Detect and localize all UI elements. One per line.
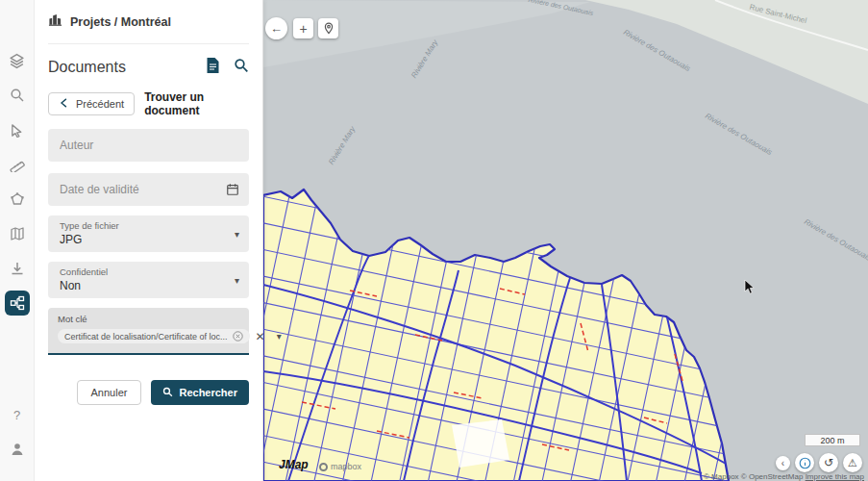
- validity-date-input[interactable]: [48, 173, 249, 206]
- confidential-select[interactable]: Confidentiel Non ▾: [48, 262, 249, 298]
- author-input[interactable]: [48, 129, 249, 162]
- calendar-icon[interactable]: [226, 183, 239, 196]
- select-cursor-icon[interactable]: [5, 117, 30, 142]
- polygon-select-icon[interactable]: [5, 187, 30, 212]
- confidential-value: Non: [60, 279, 237, 292]
- map-area[interactable]: Rivière des Outaouais Rivière des Outaou…: [263, 0, 868, 481]
- navigate-back-icon: [59, 97, 70, 111]
- author-field[interactable]: [48, 129, 249, 162]
- file-type-label: Type de fichier: [60, 220, 237, 231]
- find-document-title: Trouver un document: [144, 90, 249, 117]
- clear-field-icon[interactable]: ✕: [256, 331, 265, 342]
- section-title: Documents: [48, 59, 126, 76]
- measure-icon[interactable]: [5, 152, 30, 177]
- keyword-chip[interactable]: Certificat de localisation/Certificate o…: [58, 329, 250, 343]
- form-actions: Annuler Rechercher: [48, 380, 249, 405]
- mapbox-icon: [319, 463, 328, 471]
- keyword-field[interactable]: Mot clé Certificat de localisation/Certi…: [48, 308, 249, 355]
- documents-panel: Projets / Montréal Documents Précédent T…: [35, 0, 263, 481]
- project-title: Projets / Montréal: [70, 15, 171, 29]
- tool-rail: ?: [0, 0, 35, 481]
- chevron-down-icon[interactable]: ▾: [235, 275, 239, 286]
- project-header: Projets / Montréal: [48, 0, 249, 44]
- previous-button[interactable]: Précédent: [48, 92, 135, 115]
- info-button[interactable]: [795, 453, 814, 472]
- chip-remove-icon[interactable]: [233, 331, 243, 342]
- collapse-panel-button[interactable]: ←: [265, 17, 287, 39]
- validity-date-field[interactable]: [48, 173, 249, 206]
- chevron-down-icon[interactable]: ▾: [235, 229, 239, 240]
- mapbox-logo[interactable]: mapbox: [319, 462, 361, 471]
- locate-button[interactable]: [318, 18, 338, 38]
- chevron-down-icon[interactable]: ▾: [277, 331, 282, 342]
- alert-button[interactable]: ⚠: [843, 453, 862, 472]
- user-icon[interactable]: [5, 437, 30, 462]
- map-attribution: © Mapbox © OpenStreetMap Improve this ma…: [704, 472, 864, 481]
- cancel-button[interactable]: Annuler: [77, 380, 142, 405]
- history-button[interactable]: ↺: [819, 453, 838, 472]
- document-search-icon[interactable]: [234, 58, 249, 77]
- jmap-logo: JMap: [279, 458, 309, 471]
- documents-hierarchy-icon[interactable]: [5, 291, 30, 316]
- layers-icon[interactable]: [5, 48, 30, 73]
- file-type-value: JPG: [60, 233, 237, 246]
- app-window: ? Projets / Montréal Documents: [0, 0, 868, 481]
- zoom-in-button[interactable]: +: [293, 18, 313, 38]
- search-tool-icon[interactable]: [5, 83, 30, 108]
- search-icon: [162, 387, 173, 399]
- map-icon[interactable]: [5, 221, 30, 246]
- search-button[interactable]: Rechercher: [151, 380, 249, 405]
- document-icon[interactable]: [206, 58, 220, 77]
- keyword-label: Mot clé: [58, 314, 239, 324]
- city-icon: [48, 13, 62, 31]
- documents-section-header: Documents: [48, 58, 249, 77]
- improve-map-link[interactable]: Improve this map: [806, 472, 864, 481]
- collapse-controls-icon[interactable]: ‹: [776, 456, 790, 470]
- search-toolbar: Précédent Trouver un document: [48, 90, 249, 117]
- download-icon[interactable]: [5, 256, 30, 281]
- map-canvas[interactable]: [263, 0, 868, 481]
- file-type-select[interactable]: Type de fichier JPG ▾: [48, 215, 249, 252]
- map-scale: 200 m: [805, 434, 860, 446]
- help-icon[interactable]: ?: [5, 402, 30, 427]
- confidential-label: Confidentiel: [60, 266, 237, 277]
